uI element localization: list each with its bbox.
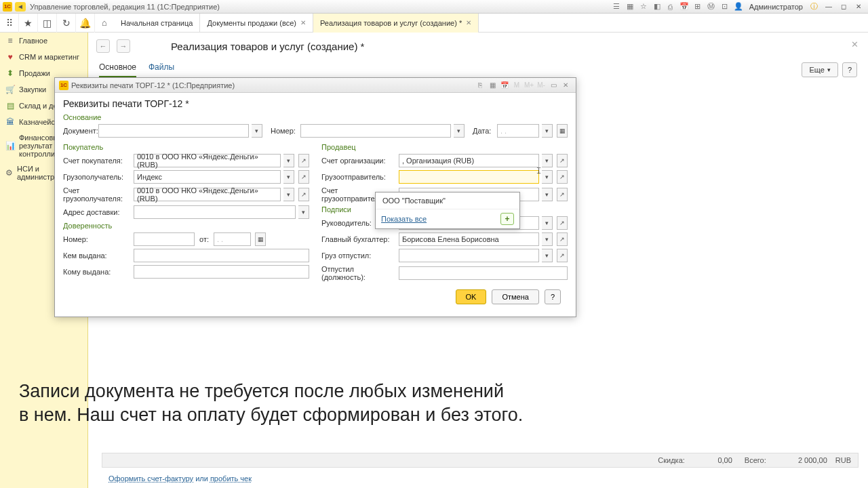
tab-close-icon[interactable]: ✕ [300, 19, 306, 26]
overlay-caption: Записи документа не требуется после любы… [19, 380, 849, 427]
input-consignee[interactable]: Индекс [134, 170, 281, 184]
tb-icon-3[interactable]: ☆ [638, 1, 649, 12]
status-bar: Скидка: 0,00 Всего: 2 000,00 RUB [102, 453, 859, 468]
box-icon[interactable]: ◫ [38, 14, 57, 33]
add-new-icon[interactable]: + [500, 213, 514, 225]
calendar-picker-icon[interactable]: ▦ [255, 232, 266, 246]
ok-button[interactable]: OK [456, 289, 487, 304]
tb-icon-7[interactable]: ⊞ [692, 1, 703, 12]
page-close-icon[interactable]: ✕ [851, 39, 859, 49]
modal-min-icon[interactable]: ▭ [548, 80, 559, 91]
input-date[interactable]: . . [497, 124, 539, 138]
input-released[interactable] [399, 249, 539, 262]
input-proxy-num[interactable] [134, 232, 195, 246]
input-accountant[interactable]: Борисова Елена Борисовна [399, 232, 539, 246]
dropdown-icon[interactable]: ▾ [542, 188, 553, 201]
star-icon[interactable]: ★ [19, 14, 38, 33]
lbl-date: Дата: [473, 127, 494, 135]
total-label: Всего: [745, 456, 766, 464]
dropdown-icon[interactable]: ▾ [454, 124, 465, 138]
tb-icon-9[interactable]: ⊡ [719, 1, 730, 12]
help-button[interactable]: ? [545, 289, 561, 304]
open-icon[interactable]: ↗ [298, 170, 309, 184]
tb-icon-1[interactable]: ☰ [611, 1, 622, 12]
sidebar-item-main[interactable]: ≡Главное [0, 33, 87, 49]
dropdown-icon[interactable]: ▾ [252, 124, 262, 138]
close-icon[interactable]: ✕ [852, 2, 865, 12]
tab-docs[interactable]: Документы продажи (все)✕ [200, 14, 313, 33]
info-icon[interactable]: ⓘ [808, 1, 819, 12]
link-receipt[interactable]: пробить чек [210, 474, 252, 483]
input-proxy-date[interactable]: . . [214, 232, 251, 246]
tb-icon-2[interactable]: ▦ [625, 1, 635, 12]
dropdown-icon[interactable]: ▾ [298, 205, 309, 219]
modal-close-icon[interactable]: ✕ [560, 80, 571, 91]
tab-home[interactable]: Начальная страница [114, 14, 200, 33]
page-forward-button[interactable]: → [117, 39, 130, 53]
apps-grid-icon[interactable]: ⠿ [0, 14, 19, 33]
dropdown-show-all[interactable]: Показать все [381, 215, 427, 223]
btn-more[interactable]: Еще ▾ [802, 62, 837, 77]
input-addr[interactable] [134, 205, 296, 219]
calendar-picker-icon[interactable]: ▦ [557, 124, 568, 138]
input-shipper[interactable] [399, 170, 539, 184]
sidebar-item-crm[interactable]: ♥CRM и маркетинг [0, 49, 87, 65]
dropdown-icon[interactable]: ▾ [542, 249, 553, 262]
input-acct-consignee[interactable]: 0010 в ООО НКО «Яндекс.Деньги» (RUB) [134, 188, 281, 201]
modal-tb-icon[interactable]: M+ [524, 80, 534, 91]
open-icon[interactable]: ↗ [298, 188, 309, 201]
app-title: Управление торговлей, редакция 11 (1С:Пр… [30, 3, 220, 11]
dropdown-option[interactable]: ООО "Поставщик" [376, 192, 519, 209]
open-icon[interactable]: ↗ [557, 216, 568, 230]
input-released-pos[interactable] [399, 266, 568, 280]
home-icon[interactable]: ⌂ [95, 18, 114, 28]
open-icon[interactable]: ↗ [557, 188, 568, 201]
history-icon[interactable]: ↻ [57, 14, 76, 33]
tb-icon-8[interactable]: Ⓜ [706, 1, 717, 12]
input-acct-buyer[interactable]: 0010 в ООО НКО «Яндекс.Деньги» (RUB) [134, 154, 281, 167]
cancel-button[interactable]: Отмена [492, 289, 538, 304]
open-icon[interactable]: ↗ [557, 232, 568, 246]
bell-icon[interactable]: 🔔 [76, 14, 95, 33]
btn-help[interactable]: ? [842, 62, 857, 77]
page-back-button[interactable]: ← [96, 39, 110, 53]
input-issued-to[interactable] [134, 265, 309, 279]
calendar-icon[interactable]: 📅 [679, 1, 690, 12]
section-proxy: Доверенность [63, 222, 309, 230]
maximize-icon[interactable]: ◻ [837, 2, 850, 12]
dropdown-icon[interactable]: ▾ [283, 188, 294, 201]
dropdown-icon[interactable]: ▾ [542, 124, 553, 138]
dropdown-icon[interactable]: ▾ [283, 154, 294, 167]
dropdown-icon[interactable]: ▾ [542, 216, 553, 230]
modal-tb-icon[interactable]: M- [536, 80, 547, 91]
tb-icon-5[interactable]: ⎙ [665, 1, 676, 12]
tab-close-icon[interactable]: ✕ [466, 19, 471, 26]
dropdown-icon[interactable]: ▾ [542, 170, 553, 184]
minimize-icon[interactable]: — [822, 2, 835, 12]
tab-realization[interactable]: Реализация товаров и услуг (создание) *✕ [313, 14, 479, 33]
nav-back-icon[interactable]: ◄ [15, 2, 26, 12]
input-document[interactable] [98, 124, 249, 138]
subtab-files[interactable]: Файлы [149, 62, 174, 77]
open-icon[interactable]: ↗ [557, 154, 568, 167]
open-icon[interactable]: ↗ [557, 249, 568, 262]
main-toolbar: ⠿ ★ ◫ ↻ 🔔 ⌂ Начальная страница Документы… [0, 14, 868, 33]
input-acct-org[interactable]: , Организация (RUB) [399, 154, 539, 167]
modal-tb-icon[interactable]: 📅 [499, 80, 510, 91]
dropdown-icon[interactable]: ▾ [542, 232, 553, 246]
subtab-main[interactable]: Основное [99, 62, 136, 77]
dropdown-icon[interactable]: ▾ [542, 154, 553, 167]
open-icon[interactable]: ↗ [557, 170, 568, 184]
current-user[interactable]: Администратор [749, 3, 803, 11]
subtabs: Основное Файлы Еще ▾ ? [99, 62, 860, 77]
dropdown-icon[interactable]: ▾ [283, 170, 294, 184]
link-invoice[interactable]: Оформить счет-фактуру [108, 474, 193, 483]
input-number[interactable] [300, 124, 451, 138]
modal-tb-icon[interactable]: M [511, 80, 522, 91]
modal-tb-icon[interactable]: ▦ [487, 80, 498, 91]
input-issued-by[interactable] [134, 249, 309, 262]
app-titlebar: 1C ◄ Управление торговлей, редакция 11 (… [0, 0, 868, 14]
tb-icon-4[interactable]: ◧ [652, 1, 663, 12]
modal-tb-icon[interactable]: ⎘ [475, 80, 486, 91]
open-icon[interactable]: ↗ [298, 154, 309, 167]
